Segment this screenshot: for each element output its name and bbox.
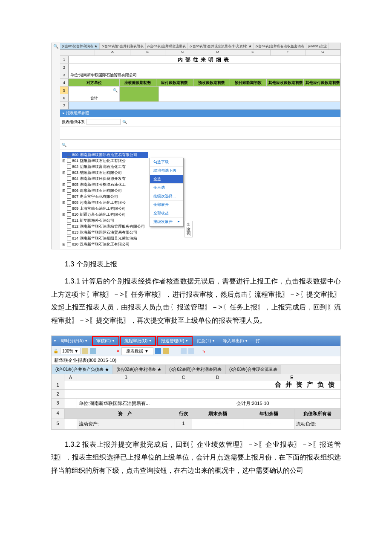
search-icon[interactable]: 🔍 xyxy=(53,44,58,49)
org-system-input[interactable] xyxy=(86,119,121,125)
sheet-title: 内部往来明细表 xyxy=(69,56,340,63)
tree-item[interactable]: 800 湖南新华联国际石油贸易有限公司 xyxy=(62,152,148,158)
tree-item[interactable]: ⊞805 湖南新华联长株潭石油化工 xyxy=(62,182,148,188)
analysis-button[interactable]: 即时分析(A) ▼ xyxy=(58,337,91,345)
sheet-tabs-2: (k合01表)合并资产负债表 ★ (k合02表)合并利润表 ★ (k合02表附)… xyxy=(52,365,340,374)
hdr-other-pay: 其他应付账款期初数 xyxy=(304,79,340,86)
close-icon[interactable]: ✕ xyxy=(116,349,120,353)
screenshot-org-tree: 🔍 (k合02表)合并利润表 ★ (k合02表附)合并利润表附表 (k合03表)… xyxy=(51,43,341,249)
arrow-icon[interactable]: ↘ xyxy=(202,349,205,353)
menu-expand-by-level[interactable]: 按级次展开 ▸ xyxy=(150,218,183,226)
print-button[interactable]: 打 xyxy=(252,337,263,345)
tab-cashflow-supp[interactable]: (k合03表附)合并现金流量表(补充资料) ★ xyxy=(188,43,254,49)
tree-item[interactable]: ⊞810 新疆万基石油化工有限公司 xyxy=(62,211,148,217)
menu-collapse-all[interactable]: 全部收起 xyxy=(150,209,183,218)
menu-select-all[interactable]: 全选 xyxy=(150,175,183,184)
col-headers: A B C D E F G xyxy=(60,50,340,56)
menu-by-level[interactable]: 按级次选择... xyxy=(150,192,183,201)
context-menu: 勾选下级 取消勾选下级 全选 全不选 按级次选择... 全部展开 全部收起 按级… xyxy=(150,158,184,227)
screenshot-toolbar: ▼ 即时分析(A) ▼ 审核(C) ▼ 流程审批(Q) ▼ 报送管理(R) ▼ … xyxy=(51,335,341,430)
menu-uncheck-sub[interactable]: 取消勾选下级 xyxy=(150,167,183,175)
unit-label-2: 单位:湖南新华联国际石油贸易有... xyxy=(77,399,235,408)
paragraph-1: 1.3.1 计算后的个别报表经操作者核查数据无误后，需要进行上报工作，点击报表数… xyxy=(51,275,341,327)
icon-5[interactable] xyxy=(188,348,194,354)
zoom-select[interactable]: 100% ▼ xyxy=(60,348,81,354)
tab-profit[interactable]: (k合02表)合并利润表 ★ xyxy=(113,365,166,374)
sheet-tabs: (k合02表)合并利润表 ★ (k合02表附)合并利润表附表 (k合03表)合并… xyxy=(60,43,340,50)
org-system-label: 报表组织体系 xyxy=(62,119,85,125)
lock-icon: 🔓 xyxy=(53,349,58,353)
main-toolbar: ▼ 即时分析(A) ▼ 审核(C) ▼ 流程审批(Q) ▼ 报送管理(R) ▼ … xyxy=(52,336,340,346)
process-button[interactable]: 流程审批(Q) ▼ xyxy=(120,336,156,346)
org-panel-header: ▸ 报表组织参照 xyxy=(60,110,340,117)
tree-item[interactable]: 802 岳阳新华联富润石油化工有 xyxy=(62,164,148,170)
unit-label: 单位:湖南新华联国际石油贸易有限公司 xyxy=(69,71,340,78)
sheet-title-2: 合并资产负债 xyxy=(64,381,340,389)
tree-item[interactable]: 807 枣庄富宇石化有限公司 xyxy=(62,194,148,199)
hdr-payable: 应付账款期初数 xyxy=(156,79,193,86)
tree-item[interactable]: ⊞808 河南新华联石油化工有限公 xyxy=(62,199,148,205)
tab-profit-appendix[interactable]: (k合02表附)合并利润表附表 xyxy=(165,365,225,374)
tree-item[interactable]: ⊞803 醴陵新华联石油有限公司 xyxy=(62,170,148,176)
audit-button[interactable]: 审核(C) ▼ xyxy=(92,336,119,346)
search-icon[interactable]: 🔍 xyxy=(62,143,66,147)
menu-select-none[interactable]: 全不选 xyxy=(150,184,183,192)
tab-enterprise[interactable]: (nb001)企业 xyxy=(306,43,329,49)
menu-expand-all[interactable]: 全部展开 xyxy=(150,201,183,209)
section-heading: 1.3 个别报表上报 xyxy=(51,258,341,271)
tab-cashflow[interactable]: (k合03表)合并现金流量表 xyxy=(146,43,188,49)
hdr-prepaid: 预付账款期初数 xyxy=(230,79,267,86)
left-gutter: 🔍 xyxy=(52,43,60,249)
tab-balance[interactable]: (k合01表)合并资产负债表 ★ xyxy=(52,365,113,374)
tab-profit-appendix[interactable]: (k合02表附)合并利润表附表 xyxy=(100,43,145,49)
tree-item[interactable]: ⊞806 邵东新华联石油有限公司 xyxy=(62,188,148,194)
hdr-liability: 负债和所有者 xyxy=(294,409,340,419)
tree-item[interactable]: 804 湖南新华联环保资源开发有 xyxy=(62,176,148,182)
hdr-begin-balance: 年初余额 xyxy=(243,409,294,419)
lookup-icon[interactable]: 🔍 xyxy=(112,87,118,94)
icon-1[interactable] xyxy=(82,348,88,354)
icon-2[interactable] xyxy=(90,348,96,354)
tree-item[interactable]: 809 上海富临石油化工有限公司 xyxy=(62,205,148,211)
tree-item[interactable]: ⊞820 汉寿新华联石油化工有限公司 xyxy=(62,241,148,247)
tab-equity[interactable]: (k合04表)合并所有者权益变动表 xyxy=(254,43,306,49)
tree-item[interactable]: 811 新华联海外石油公司 xyxy=(62,217,148,223)
icon-4[interactable] xyxy=(181,348,187,354)
hdr-end-balance: 期末余额 xyxy=(192,409,243,419)
import-export-button[interactable]: 导入导出(I) ▼ xyxy=(219,337,251,345)
data-type-select[interactable]: 原表数据 ▼ xyxy=(121,347,153,355)
breadcrumb: 新华联企业报表(800,2015-10) xyxy=(52,356,340,365)
hdr-receivable: 应收账款期初数 xyxy=(120,79,156,86)
hdr-advance-rec: 预收账款期初数 xyxy=(193,79,230,86)
hdr-asset: 资 产 xyxy=(77,409,175,419)
tree-item[interactable]: 814 湖南新华联石油岳阳县光荣加油站 xyxy=(62,235,148,241)
total-label: 合计 xyxy=(69,94,120,101)
submenu-hint: 全全选 xyxy=(184,221,193,237)
icon-3[interactable] xyxy=(163,348,169,354)
tree-item[interactable]: ⊞801 益阳新华联石油化工有限公 xyxy=(62,158,148,164)
paragraph-2: 1.3.2 报表上报并提交审批完成后，回到〖企业绩效管理〗－>〖企业报表〗－>〖… xyxy=(51,438,341,477)
tab-cashflow[interactable]: (k合03表)合并现金流量表 xyxy=(225,365,281,374)
summary-button[interactable]: 汇总(T) ▼ xyxy=(193,337,219,345)
menu-check-sub[interactable]: 勾选下级 xyxy=(150,158,183,167)
org-tree[interactable]: 800 湖南新华联国际石油贸易有限公司 ⊞801 益阳新华联石油化工有限公 80… xyxy=(60,150,150,249)
secondary-toolbar: 🔓 100% ▼ ✕ 原表数据 ▼ ↘ xyxy=(52,346,340,356)
edit-icon[interactable] xyxy=(155,348,161,354)
hdr-line: 行次 xyxy=(175,409,192,419)
tree-item[interactable]: 813 珠海新华联国际石油贸易有限公司 xyxy=(62,229,148,235)
hdr-other-rec: 其他应收账款期初数 xyxy=(267,79,303,86)
month-label: 会计月:2015-10 xyxy=(235,399,340,408)
hdr-counterparty: 对方单位 xyxy=(69,79,120,86)
input-cell[interactable]: 🔍 xyxy=(69,87,120,94)
row-current-assets: 流动资产: xyxy=(77,419,175,429)
tab-profit[interactable]: (k合02表)合并利润表 ★ xyxy=(60,43,100,49)
report-button[interactable]: 报送管理(R) ▼ xyxy=(157,336,193,346)
tree-item[interactable]: 812 湖南新华联石油库站管理服务有限公司 xyxy=(62,223,148,229)
row-current-liab: 流动负债: xyxy=(294,419,340,429)
search-icon[interactable]: 🔍 xyxy=(122,120,127,124)
